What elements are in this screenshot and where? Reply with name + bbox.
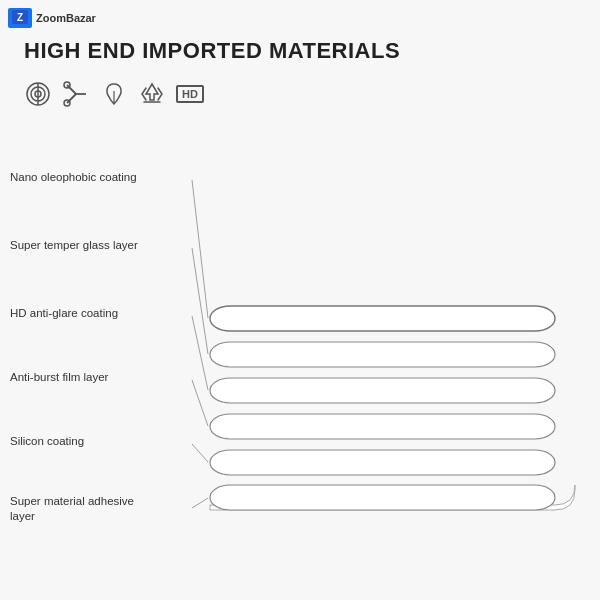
svg-text:Z: Z: [17, 12, 23, 23]
leaf-icon: [100, 80, 128, 108]
diagram-area: Nano oleophobic coating Super temper gla…: [0, 120, 600, 580]
recycle-icon: [138, 80, 166, 108]
label-antiburst: Anti-burst film layer: [10, 370, 108, 385]
label-super-temper: Super temper glass layer: [10, 238, 138, 253]
label-hd-antiglare: HD anti-glare coating: [10, 306, 118, 321]
svg-line-18: [192, 180, 208, 318]
svg-rect-12: [210, 485, 555, 510]
svg-rect-13: [210, 450, 555, 475]
label-adhesive: Super material adhesive layer: [10, 494, 140, 524]
svg-line-7: [67, 94, 76, 103]
main-container: Z ZoomBazar HIGH END IMPORTED MATERIALS: [0, 0, 600, 600]
page-title: HIGH END IMPORTED MATERIALS: [24, 38, 400, 64]
svg-line-23: [192, 498, 208, 508]
svg-rect-16: [210, 342, 555, 367]
logo-box: Z: [8, 8, 32, 28]
svg-rect-15: [210, 378, 555, 403]
label-silicon: Silicon coating: [10, 434, 84, 449]
svg-rect-17: [210, 306, 555, 331]
svg-line-20: [192, 316, 208, 390]
svg-line-6: [67, 85, 76, 94]
fingerprint-icon: [24, 80, 52, 108]
logo-bar: Z ZoomBazar: [8, 8, 96, 28]
svg-rect-14: [210, 414, 555, 439]
scissors-icon: [62, 80, 90, 108]
label-nano: Nano oleophobic coating: [10, 170, 137, 185]
icons-row: HD: [24, 80, 204, 108]
svg-line-21: [192, 380, 208, 426]
svg-line-19: [192, 248, 208, 354]
svg-line-22: [192, 444, 208, 462]
hd-badge: HD: [176, 85, 204, 103]
logo-text: ZoomBazar: [36, 12, 96, 24]
